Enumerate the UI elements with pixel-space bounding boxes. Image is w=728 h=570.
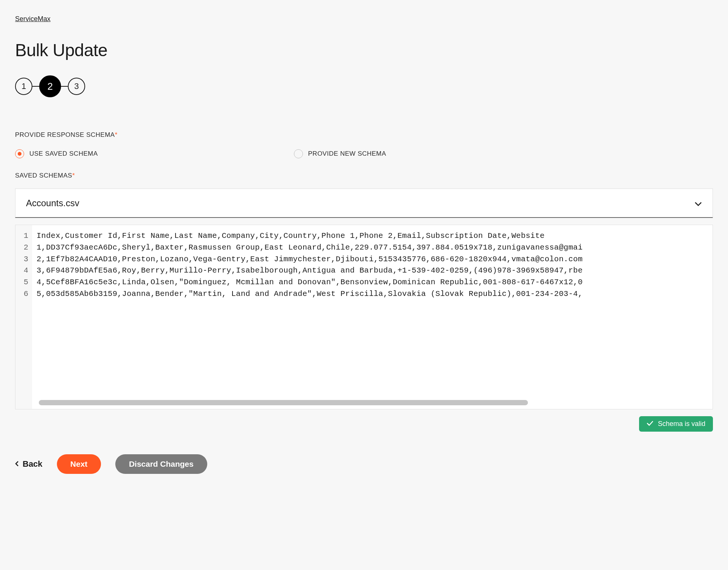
line-numbers-gutter: 1 2 3 4 5 6 [15, 225, 32, 409]
page-title: Bulk Update [15, 40, 713, 60]
back-label: Back [23, 459, 43, 469]
saved-schemas-label: SAVED SCHEMAS* [15, 172, 713, 179]
step-2[interactable]: 2 [39, 75, 61, 97]
chevron-down-icon [694, 198, 702, 208]
stepper: 1 2 3 [15, 75, 713, 97]
horizontal-scrollbar[interactable] [39, 400, 709, 405]
discard-changes-button[interactable]: Discard Changes [115, 454, 207, 474]
saved-schema-select-wrapper: Accounts.csv [15, 188, 713, 218]
next-button[interactable]: Next [57, 454, 101, 474]
code-content[interactable]: Index,Customer Id,First Name,Last Name,C… [32, 225, 713, 409]
step-3[interactable]: 3 [68, 78, 85, 95]
schema-section-label: PROVIDE RESPONSE SCHEMA* [15, 131, 713, 139]
step-1[interactable]: 1 [15, 78, 32, 95]
radio-icon [294, 149, 303, 158]
line-number: 5 [22, 277, 28, 288]
step-connector [61, 86, 68, 87]
validation-message: Schema is valid [658, 420, 705, 428]
check-icon [647, 420, 653, 428]
step-connector [32, 86, 39, 87]
radio-provide-new-schema[interactable]: PROVIDE NEW SCHEMA [294, 149, 386, 158]
validation-badge: Schema is valid [639, 416, 713, 432]
line-number: 1 [22, 230, 28, 242]
scrollbar-thumb[interactable] [39, 400, 528, 405]
required-asterisk: * [72, 172, 75, 179]
required-asterisk: * [115, 131, 118, 138]
radio-label: USE SAVED SCHEMA [29, 150, 98, 158]
schema-radio-group: USE SAVED SCHEMA PROVIDE NEW SCHEMA [15, 149, 713, 158]
radio-icon [15, 149, 24, 158]
saved-schema-select[interactable]: Accounts.csv [15, 188, 713, 218]
line-number: 3 [22, 254, 28, 265]
breadcrumb-link[interactable]: ServiceMax [15, 15, 50, 23]
radio-use-saved-schema[interactable]: USE SAVED SCHEMA [15, 149, 98, 158]
select-value: Accounts.csv [26, 198, 79, 208]
line-number: 4 [22, 265, 28, 277]
line-number: 6 [22, 288, 28, 300]
arrow-left-icon [15, 459, 19, 469]
radio-label: PROVIDE NEW SCHEMA [308, 150, 386, 158]
footer-buttons: Back Next Discard Changes [15, 454, 713, 474]
back-button[interactable]: Back [15, 459, 43, 469]
line-number: 2 [22, 242, 28, 254]
code-editor[interactable]: 1 2 3 4 5 6 Index,Customer Id,First Name… [15, 225, 713, 409]
